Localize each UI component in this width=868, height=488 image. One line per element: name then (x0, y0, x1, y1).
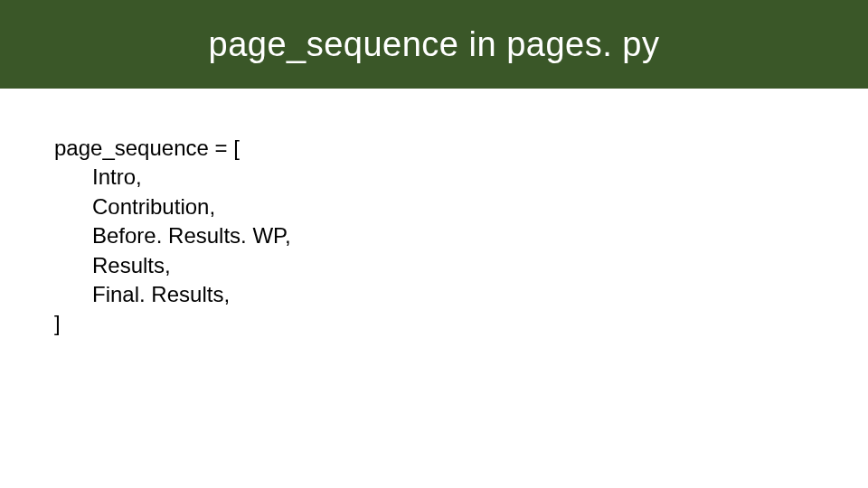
code-block: page_sequence = [ Intro, Contribution, B… (54, 134, 814, 339)
slide-header: page_sequence in pages. py (0, 0, 868, 89)
slide-content: page_sequence = [ Intro, Contribution, B… (0, 89, 868, 339)
code-item: Before. Results. WP, (54, 221, 814, 250)
slide-title: page_sequence in pages. py (209, 25, 660, 64)
code-item: Intro, (54, 163, 814, 192)
code-item: Contribution, (54, 192, 814, 221)
code-item: Results, (54, 251, 814, 280)
code-close-line: ] (54, 309, 814, 338)
code-item: Final. Results, (54, 280, 814, 309)
code-open-line: page_sequence = [ (54, 134, 814, 163)
